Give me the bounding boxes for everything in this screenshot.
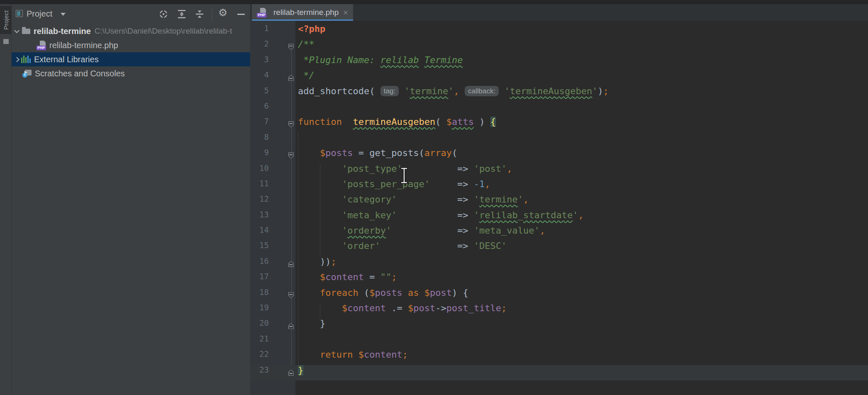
fold-column: [269, 163, 295, 179]
code-text: }: [295, 365, 303, 380]
code-text: 'meta_key' => 'relilab_startdate',: [295, 210, 584, 225]
fold-column: [269, 132, 295, 148]
code-text: /**: [295, 39, 315, 54]
locate-file-icon[interactable]: [158, 9, 169, 20]
tree-external-libraries-label: External Libraries: [34, 55, 99, 64]
fold-column: [269, 39, 295, 54]
code-line[interactable]: 15 'order' => 'DESC': [250, 241, 868, 256]
code-line[interactable]: 17 $content = "";: [250, 272, 868, 287]
code-text: <?php: [295, 24, 325, 39]
code-text: }: [295, 318, 325, 334]
code-line[interactable]: 14 'orderby' => 'meta_value',: [250, 225, 868, 241]
chevron-right-icon[interactable]: [14, 57, 20, 62]
fold-column: [269, 256, 295, 272]
close-icon[interactable]: ×: [343, 8, 348, 17]
fold-column: [269, 225, 295, 241]
fold-column: [269, 194, 295, 210]
stripe-tab-icon[interactable]: [3, 39, 9, 44]
tree-row-external-libraries[interactable]: External Libraries: [12, 52, 250, 66]
code-line[interactable]: 13 'meta_key' => 'relilab_startdate',: [250, 210, 868, 225]
line-number: 2: [250, 39, 269, 54]
chevron-down-icon[interactable]: [61, 13, 66, 16]
fold-column: [269, 117, 295, 132]
code-text: return $content;: [295, 349, 408, 365]
code-line[interactable]: 9 $posts = get_posts(array(: [250, 148, 868, 163]
chevron-down-icon[interactable]: [14, 28, 20, 33]
code-editor[interactable]: 1<?php2/**3 *Plugin Name: relilab Termin…: [250, 21, 868, 395]
php-file-icon: PHP: [257, 8, 267, 17]
code-line[interactable]: 7function termineAusgeben( $atts ) {: [250, 117, 868, 132]
tree-row-php-file[interactable]: PHP relilab-termine.php: [12, 38, 250, 52]
php-file-icon: PHP: [37, 41, 46, 50]
code-line[interactable]: 22 return $content;: [250, 349, 868, 365]
line-number: 5: [250, 86, 269, 101]
fold-marker-icon[interactable]: [288, 323, 294, 329]
tree-row-project-root[interactable]: relilab-termine C:\Users\Daniel\Desktop\…: [12, 24, 250, 38]
fold-column: [269, 241, 295, 256]
code-text: 'category' => 'termine',: [295, 194, 529, 210]
line-number: 1: [250, 24, 269, 39]
code-text: ));: [295, 256, 336, 272]
line-number: 6: [250, 101, 269, 117]
fold-marker-icon[interactable]: [288, 44, 294, 50]
collapse-all-icon[interactable]: [194, 9, 205, 20]
code-text: [295, 101, 298, 117]
line-number: 18: [250, 288, 269, 303]
code-line[interactable]: 20 }: [250, 318, 868, 334]
line-number: 19: [250, 303, 269, 318]
tree-row-scratches[interactable]: Scratches and Consoles: [12, 66, 250, 80]
line-number: 17: [250, 272, 269, 287]
tree-file-label: relilab-termine.php: [49, 41, 118, 50]
code-line[interactable]: 16 ));: [250, 256, 868, 272]
code-line[interactable]: 1<?php: [250, 24, 868, 39]
fold-column: [269, 70, 295, 85]
fold-marker-icon[interactable]: [288, 75, 294, 81]
editor-tab-bar: PHP relilab-termine.php ×: [250, 4, 868, 21]
code-text: $posts = get_posts(array(: [295, 148, 457, 163]
line-number: 11: [250, 179, 269, 194]
code-line[interactable]: 19 $content .= $post->post_title;: [250, 303, 868, 318]
line-number: 16: [250, 256, 269, 272]
fold-marker-icon[interactable]: [288, 292, 294, 298]
line-number: 9: [250, 148, 269, 163]
settings-gear-icon[interactable]: ⚙: [218, 7, 227, 19]
code-text: $content = "";: [295, 272, 397, 287]
project-panel: Project ⚙: [12, 4, 250, 395]
fold-marker-icon[interactable]: [288, 370, 294, 376]
tree-root-label: relilab-termine: [34, 27, 91, 36]
code-line[interactable]: 3 *Plugin Name: relilab Termine: [250, 55, 868, 70]
hide-panel-icon[interactable]: [237, 14, 245, 15]
code-line[interactable]: 6: [250, 101, 868, 117]
code-line[interactable]: 4 */: [250, 70, 868, 85]
code-line[interactable]: 5add_shortcode( tag: 'termine', callback…: [250, 86, 868, 101]
fold-marker-icon[interactable]: [288, 121, 294, 127]
code-line[interactable]: 21: [250, 334, 868, 349]
fold-marker-icon[interactable]: [288, 152, 294, 158]
code-line[interactable]: 18 foreach ($posts as $post) {: [250, 288, 868, 303]
tab-relilab-termine-php[interactable]: PHP relilab-termine.php ×: [252, 4, 353, 21]
code-area: 1<?php2/**3 *Plugin Name: relilab Termin…: [250, 24, 868, 380]
stripe-tab-project-label: Project: [2, 10, 10, 30]
fold-marker-icon[interactable]: [288, 261, 294, 267]
code-text: 'orderby' => 'meta_value',: [295, 225, 545, 241]
code-line[interactable]: 23}: [250, 365, 868, 380]
code-line[interactable]: 2/**: [250, 39, 868, 54]
ide-window: Project Project: [0, 0, 868, 395]
line-number: 20: [250, 318, 269, 334]
code-text: foreach ($posts as $post) {: [295, 288, 468, 303]
line-number: 21: [250, 334, 269, 349]
fold-column: [269, 365, 295, 380]
code-text: $content .= $post->post_title;: [295, 303, 507, 318]
code-line[interactable]: 12 'category' => 'termine',: [250, 194, 868, 210]
code-line[interactable]: 10 'post_type' => 'post',: [250, 163, 868, 179]
tab-label: relilab-termine.php: [273, 8, 339, 17]
fold-column: [269, 148, 295, 163]
stripe-tab-project[interactable]: Project: [0, 6, 12, 34]
code-line[interactable]: 11 'posts_per_page' => -1,: [250, 179, 868, 194]
fold-column: [269, 288, 295, 303]
code-line[interactable]: 8: [250, 132, 868, 148]
tool-window-stripe: Project: [0, 4, 12, 395]
expand-all-icon[interactable]: [176, 9, 187, 20]
line-number: 7: [250, 117, 269, 132]
fold-column: [269, 272, 295, 287]
